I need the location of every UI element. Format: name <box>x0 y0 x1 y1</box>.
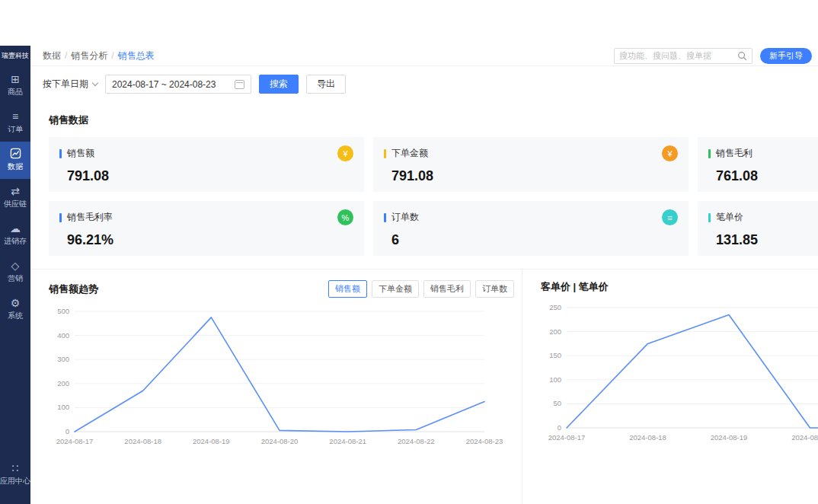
tab-sales-amount[interactable]: 销售额 <box>328 280 367 298</box>
logo[interactable]: 瑞壹科技 <box>0 46 30 67</box>
sidebar-item-goods[interactable]: ⊞ 商品 <box>0 67 30 104</box>
svg-text:100: 100 <box>57 403 69 411</box>
app-center-icon: ∷ <box>12 462 19 474</box>
orders-icon: ≡ <box>12 110 18 122</box>
date-range-input[interactable]: 2024-08-17 ~ 2024-08-23 <box>105 75 251 94</box>
stat-label: 下单金额 <box>391 147 428 160</box>
gross-margin-icon: % <box>337 209 353 225</box>
order-count-icon: ≡ <box>662 209 678 225</box>
export-button[interactable]: 导出 <box>306 75 346 94</box>
topbar: 数据 / 销售分析 / 销售总表 新手引导 <box>30 46 818 66</box>
stat-label: 销售毛利率 <box>67 211 113 224</box>
date-type-label: 按下单日期 <box>43 78 88 91</box>
svg-text:250: 250 <box>549 303 561 311</box>
sidebar-item-data[interactable]: 数据 <box>0 142 30 179</box>
stat-card-per-order-price: 笔单价 ¥ 131.85 <box>698 201 818 256</box>
svg-text:200: 200 <box>57 379 69 388</box>
tab-order-amount[interactable]: 下单金额 <box>372 280 419 298</box>
stat-cards-grid: 销售额 ¥ 791.08 下单金额 ¥ 791.08 <box>49 137 818 256</box>
stat-card-gross-profit: 销售毛利 ¥ 761.08 <box>698 137 818 192</box>
svg-text:2024-08-19: 2024-08-19 <box>711 433 748 442</box>
svg-text:2024-08-22: 2024-08-22 <box>398 437 435 445</box>
breadcrumb-item-sales-analysis[interactable]: 销售分析 <box>71 49 107 62</box>
sales-data-section: 销售数据 销售额 ¥ 791.08 下单金额 <box>30 98 818 256</box>
breadcrumb-separator: / <box>111 50 113 61</box>
color-bar <box>59 213 62 222</box>
tab-gross-profit[interactable]: 销售毛利 <box>423 280 471 298</box>
svg-text:2024-08-19: 2024-08-19 <box>193 437 230 445</box>
breadcrumb-item-sales-summary: 销售总表 <box>118 49 155 62</box>
main-area: 数据 / 销售分析 / 销售总表 新手引导 <box>30 46 818 504</box>
svg-text:2024-08-18: 2024-08-18 <box>629 433 666 442</box>
stat-card-order-amount: 下单金额 ¥ 791.08 <box>373 137 689 192</box>
order-amount-icon: ¥ <box>662 145 678 161</box>
date-type-dropdown[interactable]: 按下单日期 <box>43 78 97 91</box>
topbar-right: 新手引导 <box>614 48 812 64</box>
sidebar-item-app-center[interactable]: ∷ 应用中心 <box>0 456 30 493</box>
chevron-down-icon <box>92 80 98 86</box>
global-search[interactable] <box>614 48 752 64</box>
svg-text:2024-08-20: 2024-08-20 <box>261 437 299 445</box>
stat-card-sales-amount: 销售额 ¥ 791.08 <box>49 137 364 192</box>
svg-text:500: 500 <box>57 307 69 315</box>
tab-order-count[interactable]: 订单数 <box>475 280 514 298</box>
breadcrumb-item-data[interactable]: 数据 <box>43 49 61 62</box>
chart-line-icon <box>10 148 21 159</box>
svg-text:0: 0 <box>66 427 69 435</box>
stat-value: 6 <box>384 232 678 248</box>
stat-value: 96.21% <box>59 232 353 248</box>
guide-button[interactable]: 新手引导 <box>760 48 812 64</box>
trend-metric-tabs: 销售额 下单金额 销售毛利 订单数 <box>328 280 514 298</box>
search-input[interactable] <box>619 51 737 60</box>
sidebar-item-system[interactable]: ⚙ 系统 <box>0 291 30 328</box>
stat-value: 791.08 <box>384 168 678 184</box>
svg-text:150: 150 <box>549 351 561 359</box>
sidebar-item-inventory[interactable]: ☁ 进销存 <box>0 216 30 254</box>
sidebar-item-label: 数据 <box>8 161 23 172</box>
sidebar-item-label: 系统 <box>8 311 23 321</box>
svg-text:2024-08-23: 2024-08-23 <box>466 437 503 445</box>
stat-value: 791.08 <box>59 168 353 184</box>
svg-text:2024-08-20: 2024-08-20 <box>791 433 818 442</box>
stat-label: 订单数 <box>391 211 419 224</box>
supply-chain-icon: ⇄ <box>11 185 20 196</box>
sidebar-item-label: 供应链 <box>4 199 27 209</box>
stat-label: 销售额 <box>67 147 94 160</box>
svg-text:200: 200 <box>549 327 561 336</box>
color-bar <box>708 213 711 222</box>
sidebar-item-supply-chain[interactable]: ⇄ 供应链 <box>0 179 30 216</box>
sidebar-item-label: 商品 <box>8 87 23 97</box>
svg-text:2024-08-17: 2024-08-17 <box>548 433 586 442</box>
sales-trend-panel: 销售额趋势 销售额 下单金额 销售毛利 订单数 0100200300400500… <box>30 270 522 504</box>
system-icon: ⚙ <box>11 297 21 308</box>
sidebar-item-label: 进销存 <box>4 236 27 247</box>
color-bar <box>384 149 386 158</box>
page: 瑞壹科技 ⊞ 商品 ≡ 订单 数据 ⇄ 供应链 <box>0 0 818 504</box>
color-bar <box>59 149 62 158</box>
price-panel: 客单价 | 笔单价 0501001502002502024-08-172024-… <box>522 270 818 504</box>
stat-value: 761.08 <box>708 168 818 184</box>
sidebar-item-label: 应用中心 <box>0 476 30 486</box>
stat-label: 销售毛利 <box>716 147 752 160</box>
sidebar-item-orders[interactable]: ≡ 订单 <box>0 104 30 142</box>
svg-text:300: 300 <box>57 355 69 363</box>
top-margin <box>0 0 818 46</box>
filter-bar: 按下单日期 2024-08-17 ~ 2024-08-23 搜索 导出 <box>30 66 818 98</box>
date-range-value: 2024-08-17 ~ 2024-08-23 <box>112 79 216 90</box>
svg-text:50: 50 <box>553 399 561 407</box>
stat-card-gross-margin: 销售毛利率 % 96.21% <box>49 201 364 256</box>
svg-text:2024-08-17: 2024-08-17 <box>56 437 94 445</box>
search-icon <box>737 51 747 61</box>
svg-text:400: 400 <box>57 331 69 340</box>
svg-text:0: 0 <box>558 423 561 432</box>
sidebar: 瑞壹科技 ⊞ 商品 ≡ 订单 数据 ⇄ 供应链 <box>0 46 30 504</box>
app-window: 瑞壹科技 ⊞ 商品 ≡ 订单 数据 ⇄ 供应链 <box>0 46 818 504</box>
search-button[interactable]: 搜索 <box>259 75 299 94</box>
stat-value: 131.85 <box>708 232 818 248</box>
color-bar <box>384 213 386 222</box>
calendar-icon <box>235 80 244 89</box>
sales-amount-icon: ¥ <box>337 145 353 161</box>
inventory-icon: ☁ <box>10 222 21 234</box>
sidebar-item-marketing[interactable]: ◇ 营销 <box>0 254 30 291</box>
sales-trend-title: 销售额趋势 <box>49 282 98 296</box>
